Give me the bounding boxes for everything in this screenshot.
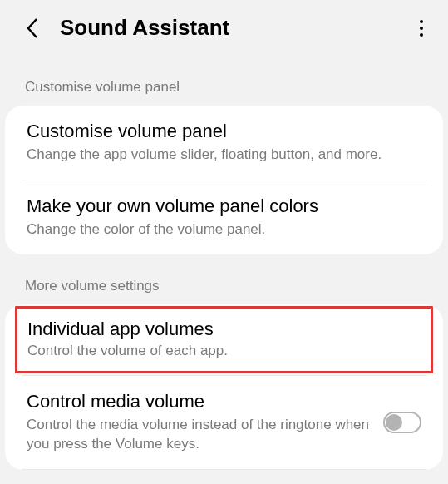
back-icon[interactable] [23, 19, 42, 37]
item-title: Make your own volume panel colors [27, 195, 421, 217]
item-desc: Change the color of the volume panel. [27, 220, 421, 240]
more-options-icon[interactable] [411, 18, 431, 38]
item-desc: Control the volume of each app. [27, 342, 421, 361]
media-volume-toggle[interactable] [383, 412, 421, 433]
volume-panel-colors-item[interactable]: Make your own volume panel colors Change… [5, 180, 443, 254]
item-title: Customise volume panel [27, 121, 421, 142]
section-label-more: More volume settings [0, 254, 448, 304]
item-title: Control media volume [27, 391, 372, 412]
item-desc: Control the media volume instead of the … [27, 416, 372, 454]
app-header: Sound Assistant [0, 0, 448, 56]
customise-card: Customise volume panel Change the app vo… [5, 106, 443, 254]
individual-app-volumes-item[interactable]: Individual app volumes Control the volum… [15, 306, 433, 373]
customise-volume-panel-item[interactable]: Customise volume panel Change the app vo… [5, 106, 443, 180]
toggle-knob [386, 414, 402, 431]
control-media-volume-item[interactable]: Control media volume Control the media v… [5, 376, 443, 469]
item-title: Individual app volumes [27, 319, 421, 340]
item-desc: Change the app volume slider, floating b… [27, 146, 421, 165]
divider [22, 469, 426, 470]
section-label-customise: Customise volume panel [0, 56, 448, 106]
page-title: Sound Assistant [60, 15, 411, 41]
more-settings-card: Individual app volumes Control the volum… [5, 304, 443, 470]
